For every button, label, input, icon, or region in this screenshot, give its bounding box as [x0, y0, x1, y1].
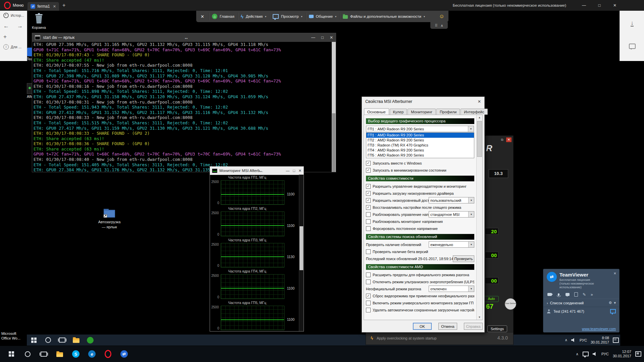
checkbox[interactable]: ✓ — [366, 191, 371, 196]
dialog-scrollbar[interactable]: ▲ ▼ — [476, 115, 482, 320]
tab-Кулер[interactable]: Кулер — [390, 109, 407, 115]
maximize-button[interactable]: □ — [293, 169, 295, 173]
setting-combobox[interactable]: стандартное MSI▾ — [429, 211, 474, 218]
info-row[interactable]: i Для ... — [0, 44, 27, 50]
checkbox[interactable] — [366, 226, 371, 231]
gear-icon[interactable]: ⚙ — [609, 301, 612, 305]
history-item[interactable]: Истор... — [0, 13, 27, 18]
setting-row[interactable]: Форсировать постоянное напряжение — [366, 225, 474, 232]
checkbox[interactable] — [366, 308, 371, 312]
feedback-smiley-icon[interactable]: ☺ — [435, 13, 448, 19]
checkbox[interactable]: ✓ — [366, 294, 371, 298]
host-volume-icon[interactable] — [593, 352, 597, 356]
setting-row[interactable]: ✓Разрешить загрузку низкоуровневого драй… — [366, 190, 474, 197]
audio-icon[interactable] — [558, 293, 559, 296]
minimize-button[interactable]: — — [311, 35, 315, 40]
tab-Мониторинг[interactable]: Мониторинг — [408, 109, 436, 115]
scroll-down-icon[interactable]: ▼ — [477, 316, 482, 319]
user-define-dial[interactable]: User Define — [505, 298, 516, 310]
drag-handle-icon[interactable]: ↔ — [259, 168, 263, 173]
toolbar-item-view[interactable]: Просмотр▾ — [270, 11, 306, 22]
setting-row[interactable]: Разблокировать мониторинг напряжения — [366, 218, 474, 225]
chat-icon[interactable] — [566, 293, 570, 296]
close-button[interactable]: ✕ — [299, 169, 302, 173]
remote-clock[interactable]: 8:0830.01.2017 — [591, 336, 609, 345]
checkbox[interactable] — [366, 219, 371, 224]
toolbar-item-home[interactable]: ⌂Главная — [209, 11, 237, 22]
checkbox[interactable] — [366, 280, 371, 284]
close-button[interactable]: ✕ — [607, 0, 623, 11]
remote-taskbar-button-start[interactable] — [27, 335, 41, 346]
setting-row[interactable]: ✓Сброс видеорежима при применении неофиц… — [366, 292, 474, 299]
close-button[interactable]: ✕ — [478, 99, 481, 104]
new-tab-button[interactable]: + — [59, 2, 69, 8]
desktop-icon-recycle-bin[interactable]: Корзина — [28, 13, 50, 30]
setting-row[interactable]: ✓Разрешить управление видеоадаптером и м… — [366, 183, 474, 190]
grip-icon[interactable]: ⠿ — [435, 23, 437, 28]
close-button[interactable]: ✕ — [506, 137, 512, 142]
gpu-option[interactable]: ГП2 : AMD Radeon R9 200 Series — [366, 138, 474, 143]
setting-row[interactable]: Неофициальный режим разгонаотключен▾ — [366, 285, 474, 292]
toolbar-item-actions[interactable]: ϟДействия▾ — [238, 11, 269, 22]
host-clock[interactable]: 12:0730.01.2017 — [613, 350, 631, 358]
dialog-button-Отмена[interactable]: Отмена — [438, 323, 457, 330]
setting-row[interactable]: ✓Разрешить низкоуровневый доступ к ГПпол… — [366, 197, 474, 204]
remote-volume-icon[interactable] — [571, 338, 576, 342]
setting-combobox[interactable]: еженедельно▾ — [429, 241, 474, 248]
dialog-button-Справка[interactable]: Справка — [464, 323, 483, 330]
checkbox[interactable] — [366, 273, 371, 277]
settings-button[interactable]: Settings — [487, 325, 507, 332]
checkbox[interactable] — [366, 249, 371, 254]
desktop-icon-autostart[interactable]: Автозагрузка — ярлык — [95, 206, 123, 229]
console-titlebar[interactable]: start dw — ярлык ↔ — □ ✕ — [32, 33, 336, 42]
chat-row[interactable] — [620, 44, 644, 49]
close-button[interactable]: ✕ — [330, 35, 333, 40]
expand-icon[interactable]: › — [547, 301, 548, 305]
remote-tray-chevron-icon[interactable]: ∧ — [565, 338, 568, 342]
checkbox[interactable]: ✓ — [366, 161, 371, 166]
setting-row[interactable]: Проверять наличие обновленийеженедельно▾ — [366, 241, 474, 248]
checkbox[interactable] — [366, 212, 371, 217]
drag-handle-icon[interactable]: ↔ — [184, 35, 189, 40]
minimize-button[interactable]: — — [286, 169, 289, 173]
maximize-button[interactable]: □ — [592, 0, 607, 11]
menu-button[interactable]: Меню — [0, 0, 28, 11]
gpu-option[interactable]: ГП1 : AMD Radeon R9 200 Series — [366, 133, 474, 138]
remote-taskbar-button-app[interactable] — [83, 335, 97, 346]
gpu-option[interactable]: ГП3 : Radeon (TM) RX 470 Graphics — [366, 143, 474, 148]
host-language-indicator[interactable]: РУС — [601, 352, 609, 356]
checkbox[interactable]: ✓ — [366, 205, 371, 210]
plus-icon[interactable]: + — [3, 34, 7, 40]
fan-auto-button[interactable]: Auto — [484, 296, 499, 302]
checkbox[interactable]: ✓ — [366, 198, 371, 203]
setting-combobox[interactable]: отключен▾ — [429, 286, 474, 292]
scrollbar-thumb[interactable] — [332, 113, 335, 172]
minimize-button[interactable]: — — [576, 0, 592, 11]
remote-language-indicator[interactable]: РУС — [580, 338, 587, 342]
setting-row[interactable]: ✓Запускать в минимизированном состоянии — [366, 167, 474, 174]
toolbar-item-files[interactable]: Файлы и дополнительные возможности▾ — [340, 11, 428, 22]
host-taskbar-button-opera[interactable] — [100, 346, 116, 362]
session-tab[interactable]: ⇄ ferma1 ✕ — [28, 2, 59, 11]
video-icon[interactable] — [547, 293, 552, 296]
more-icon[interactable]: » — [591, 293, 593, 297]
dialog-button-OK[interactable]: OK — [413, 323, 432, 330]
teamviewer-link[interactable]: www.teamviewer.com — [582, 327, 616, 331]
setting-row[interactable]: ✓Восстанавливать настройки после спящего… — [366, 204, 474, 211]
remote-notification-icon[interactable] — [613, 338, 619, 343]
checkbox[interactable]: ✓ — [366, 168, 371, 173]
host-taskbar-button-teamviewer[interactable]: ⇄ — [116, 346, 132, 362]
console-scrollbar[interactable] — [332, 42, 336, 172]
chevron-down-icon[interactable]: ▾ — [614, 301, 616, 305]
scrollbar-thumb[interactable] — [477, 121, 482, 157]
checkbox[interactable]: ✓ — [366, 184, 371, 189]
remote-control-icon[interactable] — [610, 309, 616, 313]
toolbar-item-chat[interactable]: Общение▾ — [306, 11, 339, 22]
setting-row[interactable]: Удалять автоматически сохраненные загруз… — [366, 306, 474, 313]
host-desktop-icon-label[interactable]: Microsoft Office Wo... — [1, 331, 20, 341]
back-icon[interactable]: ← — [3, 23, 9, 29]
monitoring-scrollbar[interactable] — [299, 175, 304, 331]
close-button[interactable]: × — [613, 271, 616, 276]
download-row[interactable]: ↓ — [620, 20, 644, 26]
remote-taskbar-button-taskview[interactable] — [55, 335, 69, 346]
